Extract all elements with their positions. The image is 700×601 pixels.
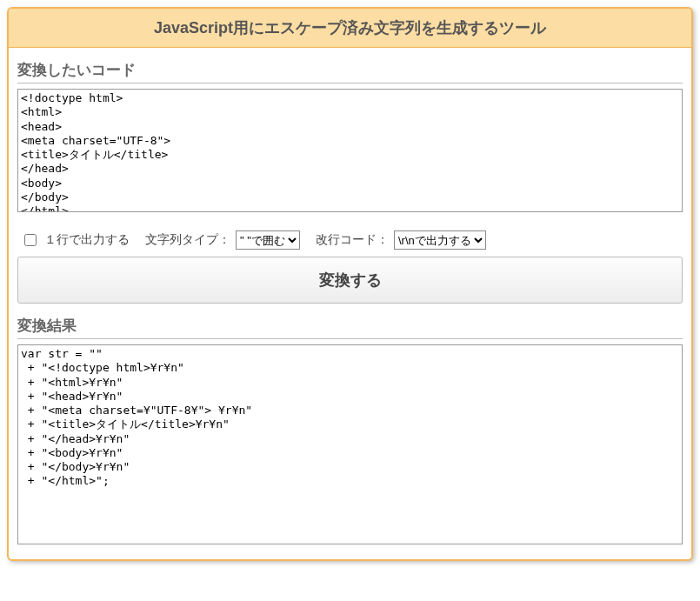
- output-textarea[interactable]: [17, 344, 683, 544]
- panel-title: JavaScript用にエスケープ済み文字列を生成するツール: [9, 9, 691, 48]
- newline-label: 改行コード：: [316, 232, 389, 248]
- output-heading: 変換結果: [17, 316, 683, 339]
- input-heading: 変換したいコード: [17, 60, 683, 83]
- convert-button[interactable]: 変換する: [17, 257, 683, 304]
- single-line-label[interactable]: １行で出力する: [44, 232, 130, 248]
- newline-select[interactable]: \r\nで出力する\nで出力する\rで出力する: [394, 230, 486, 250]
- input-textarea[interactable]: [17, 89, 683, 212]
- single-line-option: １行で出力する: [21, 231, 130, 249]
- string-type-select[interactable]: " "で囲む' 'で囲む: [236, 230, 300, 250]
- options-row: １行で出力する 文字列タイプ： " "で囲む' 'で囲む 改行コード： \r\n…: [21, 230, 683, 250]
- string-type-option: 文字列タイプ： " "で囲む' 'で囲む: [145, 230, 300, 250]
- single-line-checkbox[interactable]: [24, 234, 37, 246]
- panel-body: 変換したいコード １行で出力する 文字列タイプ： " "で囲む' 'で囲む 改行…: [9, 48, 691, 559]
- newline-option: 改行コード： \r\nで出力する\nで出力する\rで出力する: [316, 230, 486, 250]
- tool-panel: JavaScript用にエスケープ済み文字列を生成するツール 変換したいコード …: [7, 7, 693, 561]
- string-type-label: 文字列タイプ：: [145, 232, 230, 248]
